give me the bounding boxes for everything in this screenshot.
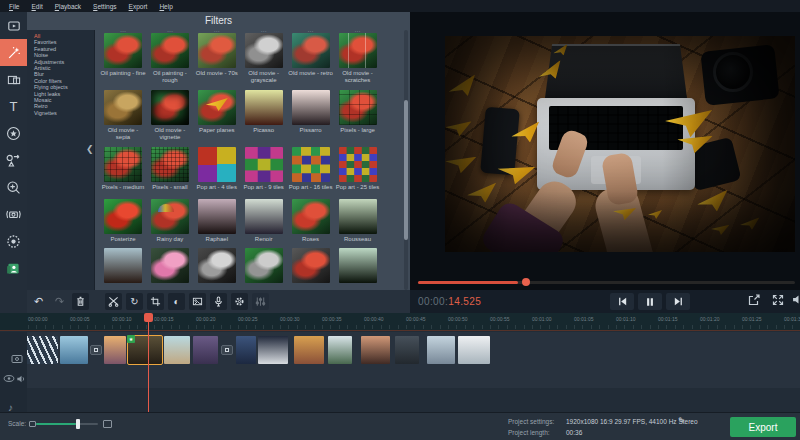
- filter-thumbnail[interactable]: [198, 199, 236, 234]
- menu-help[interactable]: Help: [154, 3, 177, 10]
- filter-thumbnail[interactable]: [198, 147, 236, 182]
- filter-thumbnail[interactable]: [151, 199, 189, 234]
- split-scissors-button[interactable]: [105, 293, 122, 310]
- sidebar-item-callouts[interactable]: [0, 147, 27, 174]
- filter-thumbnail[interactable]: [339, 90, 377, 125]
- filter-thumbnail[interactable]: [245, 248, 283, 283]
- filters-scrollbar[interactable]: [404, 30, 408, 290]
- timeline-zoom-in-button[interactable]: [103, 420, 112, 428]
- fullscreen-button[interactable]: [770, 294, 786, 308]
- filter-thumbnail[interactable]: [198, 248, 236, 283]
- pause-button[interactable]: [638, 293, 662, 310]
- filter-thumbnail[interactable]: [104, 33, 142, 68]
- menu-edit[interactable]: Edit: [27, 3, 48, 10]
- color-adjustments-button[interactable]: ◐: [168, 293, 185, 310]
- seek-bar[interactable]: [418, 281, 795, 284]
- timeline-clip[interactable]: [427, 336, 455, 364]
- sidebar-item-highlight-conceal[interactable]: [0, 255, 27, 282]
- filter-thumbnail[interactable]: [339, 33, 377, 68]
- timeline-scale-slider[interactable]: [36, 423, 98, 425]
- transition-badge[interactable]: [221, 345, 233, 355]
- rotate-button[interactable]: ↻: [126, 293, 143, 310]
- sidebar-item-titles[interactable]: T: [0, 93, 27, 120]
- clip-properties-gear-button[interactable]: [231, 293, 248, 310]
- video-track[interactable]: ★: [0, 332, 800, 388]
- category-vignettes[interactable]: Vignettes: [27, 110, 94, 116]
- collapse-panel-chevron-icon[interactable]: ❮: [86, 144, 94, 154]
- timeline-clip[interactable]: [60, 336, 88, 364]
- filter-category-list: AllFavoritesFeaturedNoiseAdjustmentsArti…: [27, 30, 95, 290]
- filter-thumbnail[interactable]: [339, 199, 377, 234]
- playhead-line[interactable]: [148, 313, 149, 412]
- filter-thumbnail[interactable]: [245, 147, 283, 182]
- edit-settings-pencil-icon[interactable]: ✎: [678, 416, 685, 425]
- timeline-clip[interactable]: [361, 336, 390, 364]
- playhead-handle[interactable]: [144, 313, 153, 322]
- filter-thumbnail[interactable]: [104, 147, 142, 182]
- crop-button[interactable]: [147, 293, 164, 310]
- scrollbar-thumb[interactable]: [404, 100, 408, 240]
- timeline-clip[interactable]: [258, 336, 288, 364]
- video-frame[interactable]: [445, 36, 795, 252]
- sidebar-item-video-clips[interactable]: [0, 12, 27, 39]
- pan-zoom-image-button[interactable]: [189, 293, 206, 310]
- transition-badge[interactable]: [90, 345, 102, 355]
- filter-thumbnail[interactable]: [104, 199, 142, 234]
- next-frame-button[interactable]: [666, 293, 690, 310]
- timeline-clip[interactable]: [164, 336, 190, 364]
- menu-file[interactable]: File: [4, 3, 25, 10]
- audio-track[interactable]: [0, 388, 800, 412]
- timeline-clip[interactable]: [395, 336, 419, 364]
- timeline-clip[interactable]: [25, 336, 58, 364]
- share-frame-button[interactable]: [746, 294, 762, 308]
- timeline-clip[interactable]: [294, 336, 324, 364]
- menu-playback[interactable]: Playback: [50, 3, 86, 10]
- volume-button[interactable]: [790, 294, 800, 308]
- filter-thumbnail[interactable]: [104, 248, 142, 283]
- film-clip-icon: [6, 18, 22, 34]
- filter-thumbnail[interactable]: [151, 33, 189, 68]
- filter-thumbnail[interactable]: [292, 90, 330, 125]
- sidebar-item-pan-zoom[interactable]: [0, 174, 27, 201]
- timeline-clip-selected[interactable]: ★: [128, 336, 162, 364]
- filter-thumbnail[interactable]: [292, 33, 330, 68]
- sidebar-item-stickers[interactable]: [0, 120, 27, 147]
- previous-frame-button[interactable]: [610, 293, 634, 310]
- filter-thumbnail[interactable]: [339, 147, 377, 182]
- track-mute-speaker-icon[interactable]: [16, 374, 27, 384]
- scale-slider-handle[interactable]: [76, 419, 80, 429]
- filter-thumbnail[interactable]: [292, 248, 330, 283]
- filter-thumbnail[interactable]: [198, 33, 236, 68]
- filter-thumbnail[interactable]: [339, 248, 377, 283]
- filter-thumbnail[interactable]: [198, 90, 236, 125]
- timeline-ruler[interactable]: 00:00:0000:00:0500:00:1000:00:1500:00:20…: [0, 313, 800, 331]
- sidebar-item-stabilization[interactable]: [0, 201, 27, 228]
- filter-thumbnail[interactable]: [292, 147, 330, 182]
- seek-handle[interactable]: [522, 278, 530, 286]
- undo-button[interactable]: ↶: [30, 293, 47, 310]
- record-audio-mic-button[interactable]: [210, 293, 227, 310]
- filter-thumbnail[interactable]: [245, 199, 283, 234]
- timeline-clip[interactable]: [458, 336, 490, 364]
- timeline-zoom-out-button[interactable]: [29, 421, 36, 427]
- filter-thumbnail[interactable]: [151, 248, 189, 283]
- timeline-clip[interactable]: [193, 336, 218, 364]
- timeline-clip[interactable]: [104, 336, 126, 364]
- menu-export[interactable]: Export: [124, 3, 153, 10]
- export-button[interactable]: Export: [730, 417, 796, 437]
- panel-title: Filters: [27, 15, 410, 26]
- sidebar-item-chroma-key[interactable]: [0, 228, 27, 255]
- timeline-clip[interactable]: [328, 336, 352, 364]
- timeline-clip[interactable]: [236, 336, 256, 364]
- filter-thumbnail[interactable]: [245, 33, 283, 68]
- menu-settings[interactable]: Settings: [88, 3, 122, 10]
- filter-thumbnail[interactable]: [151, 147, 189, 182]
- sidebar-item-transitions[interactable]: [0, 66, 27, 93]
- sidebar-item-filters[interactable]: [0, 39, 27, 66]
- filter-thumbnail[interactable]: [104, 90, 142, 125]
- filter-thumbnail[interactable]: [292, 199, 330, 234]
- filter-thumbnail[interactable]: [151, 90, 189, 125]
- eye-visibility-icon[interactable]: [3, 374, 15, 383]
- filter-thumbnail[interactable]: [245, 90, 283, 125]
- delete-trash-button[interactable]: [72, 293, 89, 310]
